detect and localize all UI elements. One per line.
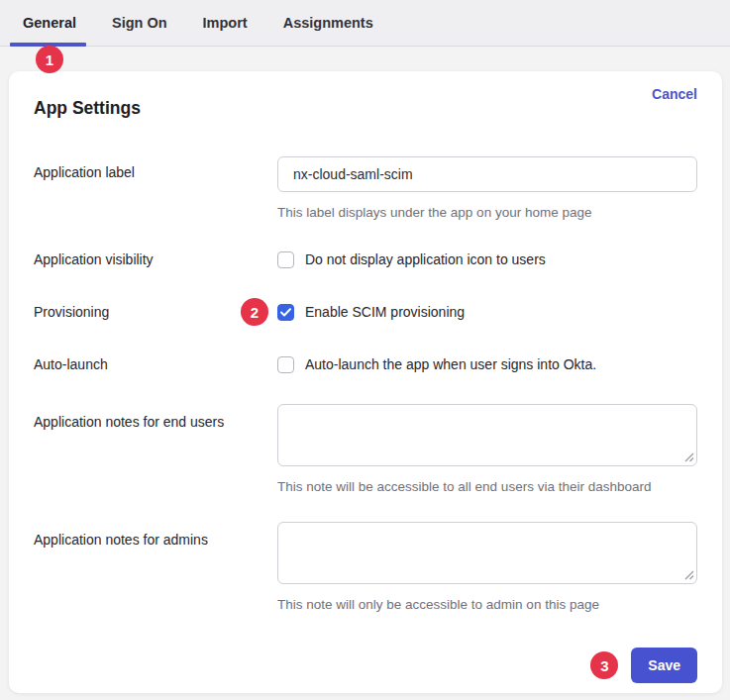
field-row-notes-admins: Application notes for admins This note w… — [34, 522, 697, 613]
field-row-provisioning: Provisioning 2 Enable SCIM provisioning — [34, 304, 697, 321]
panel-header: App Settings Cancel — [34, 95, 697, 119]
field-row-notes-end-users: Application notes for end users This not… — [34, 404, 697, 495]
application-label-help: This label displays under the app on you… — [277, 204, 697, 221]
auto-launch-label: Auto-launch — [34, 356, 277, 373]
save-button[interactable]: Save — [631, 648, 697, 683]
notes-end-users-help: This note will be accessible to all end … — [277, 478, 697, 495]
annotation-badge-1: 1 — [36, 46, 63, 73]
notes-admins-help: This note will only be accessible to adm… — [277, 596, 697, 613]
page-title: App Settings — [34, 95, 697, 119]
auto-launch-checkbox-label[interactable]: Auto-launch the app when user signs into… — [305, 356, 596, 373]
tab-import[interactable]: Import — [203, 15, 248, 31]
field-row-auto-launch: Auto-launch Auto-launch the app when use… — [34, 356, 697, 373]
tab-assignments[interactable]: Assignments — [283, 15, 373, 31]
field-row-application-visibility: Application visibility Do not display ap… — [34, 251, 697, 268]
application-visibility-label: Application visibility — [34, 251, 277, 268]
visibility-checkbox[interactable] — [277, 251, 294, 268]
notes-end-users-textarea[interactable] — [277, 404, 697, 466]
resize-handle-icon[interactable] — [684, 570, 694, 580]
cancel-link[interactable]: Cancel — [652, 86, 697, 102]
app-settings-panel: App Settings Cancel Application label Th… — [9, 71, 722, 693]
tab-sign-on[interactable]: Sign On — [112, 15, 167, 31]
field-row-application-label: Application label This label displays un… — [34, 156, 697, 221]
tab-bar: General Sign On Import Assignments — [0, 0, 730, 47]
resize-handle-icon[interactable] — [684, 452, 694, 462]
annotation-badge-3: 3 — [590, 651, 618, 679]
scim-provisioning-checkbox-label[interactable]: Enable SCIM provisioning — [305, 304, 465, 321]
checkmark-icon — [280, 308, 291, 317]
application-label-input[interactable] — [277, 156, 697, 192]
visibility-checkbox-label[interactable]: Do not display application icon to users — [305, 251, 546, 268]
notes-end-users-label: Application notes for end users — [34, 404, 277, 431]
application-label-label: Application label — [34, 156, 277, 181]
notes-admins-textarea[interactable] — [277, 522, 697, 584]
tab-general[interactable]: General — [23, 15, 76, 31]
scim-provisioning-checkbox[interactable] — [277, 304, 294, 321]
annotation-badge-2: 2 — [241, 298, 268, 326]
panel-footer: 3 Save — [34, 648, 697, 683]
auto-launch-checkbox[interactable] — [277, 356, 294, 373]
notes-admins-label: Application notes for admins — [34, 522, 277, 549]
